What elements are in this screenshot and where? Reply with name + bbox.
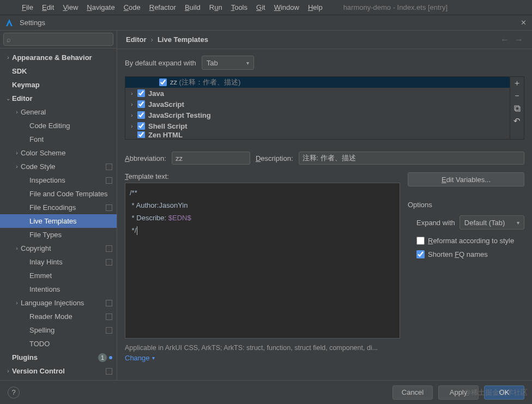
nav-back-icon[interactable]: ← xyxy=(500,35,509,45)
sidebar-item-label: Language Injections xyxy=(21,299,106,307)
sidebar-item-plugins[interactable]: Plugins1 xyxy=(0,351,117,364)
sidebar-item-label: Intentions xyxy=(29,285,112,293)
sidebar-item-code-editing[interactable]: Code Editing xyxy=(0,119,117,132)
template-group-row[interactable]: zz (注释：作者、描述) xyxy=(125,77,510,88)
expand-with-select[interactable]: Default (Tab) ▾ xyxy=(460,215,524,230)
chevron-icon: › xyxy=(129,91,135,97)
menu-help[interactable]: Help xyxy=(304,3,327,11)
template-abbr: zz xyxy=(170,78,177,86)
template-enable-checkbox[interactable] xyxy=(137,100,145,108)
menu-edit[interactable]: Edit xyxy=(38,3,58,11)
sidebar-item-intentions[interactable]: Intentions xyxy=(0,282,117,296)
template-name: Zen HTML xyxy=(148,131,183,138)
sidebar-item-emmet[interactable]: Emmet xyxy=(0,269,117,282)
menu-build[interactable]: Build xyxy=(180,3,205,11)
desc-input[interactable] xyxy=(299,152,524,165)
chevron-icon: ⌄ xyxy=(4,95,12,101)
apply-button[interactable]: Apply xyxy=(438,385,479,400)
sidebar-item-general[interactable]: ›General xyxy=(0,105,117,119)
template-enable-checkbox[interactable] xyxy=(137,131,145,138)
sidebar-item-inspections[interactable]: Inspections xyxy=(0,173,117,187)
edit-variables-button[interactable]: Edit Variables... xyxy=(408,172,524,186)
menu-code[interactable]: Code xyxy=(119,3,145,11)
template-group-row[interactable]: ›Java xyxy=(125,88,510,99)
sidebar-item-label: Spelling xyxy=(29,326,106,334)
revert-template-button[interactable]: ↶ xyxy=(510,114,524,127)
default-expand-select[interactable]: Tab ▾ xyxy=(202,56,254,70)
main-menubar: File Edit View Navigate Code Refactor Bu… xyxy=(0,0,532,15)
template-group-row[interactable]: ›Shell Script xyxy=(125,120,510,131)
breadcrumb-root[interactable]: Editor xyxy=(126,35,147,44)
sidebar-item-language-injections[interactable]: ›Language Injections xyxy=(0,296,117,310)
sidebar-item-inlay-hints[interactable]: Inlay Hints xyxy=(0,255,117,269)
sidebar-item-editor[interactable]: ⌄Editor xyxy=(0,92,117,105)
nav-forward-icon[interactable]: → xyxy=(515,35,523,45)
settings-tree[interactable]: ›Appearance & BehaviorSDKKeymap⌄Editor›G… xyxy=(0,49,117,380)
sidebar-item-spelling[interactable]: Spelling xyxy=(0,323,117,337)
sidebar-item-file-and-code-templates[interactable]: File and Code Templates xyxy=(0,187,117,201)
sidebar-item-label: Copyright xyxy=(21,244,106,252)
project-scope-icon xyxy=(106,327,112,334)
sidebar-item-reader-mode[interactable]: Reader Mode xyxy=(0,310,117,323)
sidebar-item-label: Appearance & Behavior xyxy=(12,53,112,62)
settings-search-input[interactable] xyxy=(3,33,113,46)
template-group-row[interactable]: ›JavaScript xyxy=(125,99,510,110)
menu-git[interactable]: Git xyxy=(252,3,270,11)
sidebar-item-file-encodings[interactable]: File Encodings xyxy=(0,201,117,214)
template-group-list[interactable]: zz (注释：作者、描述)›Java›JavaScript›JavaScript… xyxy=(125,76,510,140)
dot-indicator xyxy=(109,356,112,359)
template-group-row[interactable]: ›JavaScript Testing xyxy=(125,110,510,120)
menu-navigate[interactable]: Navigate xyxy=(82,3,119,11)
sidebar-item-live-templates[interactable]: Live Templates xyxy=(0,214,117,228)
sidebar-item-label: Code Editing xyxy=(29,122,112,130)
menu-refactor[interactable]: Refactor xyxy=(145,3,180,11)
menu-file[interactable]: File xyxy=(17,3,38,11)
copy-template-button[interactable] xyxy=(510,102,524,114)
template-enable-checkbox[interactable] xyxy=(159,79,167,86)
sidebar-item-font[interactable]: Font xyxy=(0,132,117,146)
chevron-icon: › xyxy=(13,300,21,306)
sidebar-item-keymap[interactable]: Keymap xyxy=(0,78,117,92)
menu-view[interactable]: View xyxy=(58,3,82,11)
template-group-row[interactable]: Zen HTML xyxy=(125,131,510,138)
cancel-button[interactable]: Cancel xyxy=(392,385,433,400)
chevron-icon: › xyxy=(13,164,21,170)
sidebar-item-appearance-behavior[interactable]: ›Appearance & Behavior xyxy=(0,51,117,64)
template-text-editor[interactable]: /** * Author:JasonYin * Describe: $EDN$ … xyxy=(125,183,400,339)
shorten-fq-checkbox[interactable] xyxy=(416,250,425,258)
sidebar-item-color-scheme[interactable]: ›Color Scheme xyxy=(0,146,117,160)
sidebar-item-version-control[interactable]: ›Version Control xyxy=(0,364,117,378)
group-list-tools: ＋ － ↶ xyxy=(510,76,524,140)
change-contexts-link[interactable]: Change ▾ xyxy=(125,354,155,362)
sidebar-item-sdk[interactable]: SDK xyxy=(0,64,117,78)
template-enable-checkbox[interactable] xyxy=(137,89,145,97)
settings-titlebar: Settings ✕ xyxy=(0,15,532,31)
default-expand-label: By default expand with xyxy=(125,59,196,67)
shorten-fq-label: Shorten FQ names xyxy=(428,250,488,258)
close-icon[interactable]: ✕ xyxy=(519,19,528,27)
template-enable-checkbox[interactable] xyxy=(137,122,145,130)
sidebar-item-label: File and Code Templates xyxy=(29,190,112,198)
settings-title: Settings xyxy=(20,19,45,27)
menu-tools[interactable]: Tools xyxy=(227,3,252,11)
menu-window[interactable]: Window xyxy=(270,3,304,11)
sidebar-item-todo[interactable]: TODO xyxy=(0,337,117,351)
template-name: Java xyxy=(148,89,164,98)
remove-template-button[interactable]: － xyxy=(510,89,524,102)
sidebar-item-file-types[interactable]: File Types xyxy=(0,228,117,242)
abbrev-input[interactable] xyxy=(172,152,250,165)
ok-button[interactable]: OK xyxy=(484,385,524,400)
app-icon xyxy=(4,3,13,12)
sidebar-item-label: File Types xyxy=(29,231,112,239)
settings-sidebar: ⌕ ›Appearance & BehaviorSDKKeymap⌄Editor… xyxy=(0,31,117,380)
menu-run[interactable]: Run xyxy=(205,3,227,11)
project-scope-icon xyxy=(106,164,112,170)
sidebar-item-label: Color Scheme xyxy=(21,149,112,157)
add-template-button[interactable]: ＋ xyxy=(510,77,524,89)
help-button[interactable]: ? xyxy=(8,387,20,399)
abbrev-label: Abbreviation: xyxy=(125,154,166,162)
template-enable-checkbox[interactable] xyxy=(137,111,145,119)
sidebar-item-copyright[interactable]: ›Copyright xyxy=(0,242,117,255)
reformat-checkbox[interactable] xyxy=(416,237,425,245)
sidebar-item-code-style[interactable]: ›Code Style xyxy=(0,160,117,173)
